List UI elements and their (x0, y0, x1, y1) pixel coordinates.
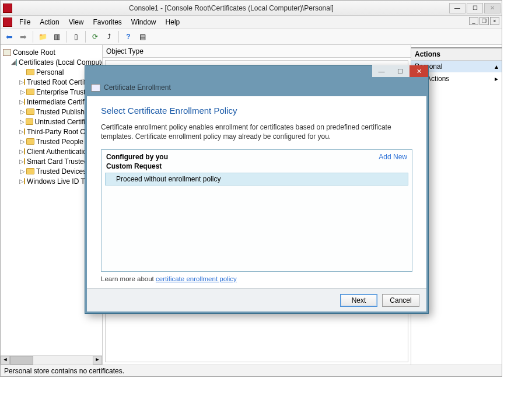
toolbar: ⬅ ➡ 📁 ▥ ▯ ⟳ ⤴ ? ▤ (1, 29, 502, 45)
expand-icon[interactable]: ▷ (19, 108, 26, 115)
certificates-icon (16, 59, 17, 66)
window-buttons: — ☐ ✕ (448, 3, 501, 13)
actions-header-label: Actions (415, 50, 440, 58)
back-button[interactable]: ⬅ (3, 30, 16, 43)
tree-horizontal-scrollbar[interactable]: ◄ ► (1, 355, 102, 365)
statusbar: Personal store contains no certificates. (1, 365, 502, 376)
menu-view[interactable]: View (64, 16, 89, 28)
policy-item-label: Proceed without enrollment policy (116, 175, 220, 183)
dialog-maximize-button[interactable]: ☐ (391, 65, 410, 77)
help-icon: ? (126, 33, 130, 41)
menu-help[interactable]: Help (161, 16, 185, 28)
expand-icon[interactable]: ▷ (19, 89, 26, 95)
expand-icon[interactable]: ▷ (19, 158, 24, 164)
titlebar: Console1 - [Console Root\Certificates (L… (1, 1, 502, 16)
configured-by-you-label: Configured by you (106, 153, 168, 161)
scroll-thumb[interactable] (10, 356, 33, 365)
statusbar-text: Personal store contains no certificates. (4, 367, 124, 375)
menu-favorites[interactable]: Favorites (89, 16, 127, 28)
folder-icon (24, 99, 25, 105)
maximize-button[interactable]: ☐ (467, 3, 483, 13)
refresh-icon: ⟳ (92, 33, 98, 41)
window-title: Console1 - [Console Root\Certificates (L… (15, 4, 448, 12)
dialog-close-button[interactable]: ✕ (410, 65, 428, 77)
folder-icon (24, 128, 25, 135)
dialog-footer: Next Cancel (87, 288, 426, 312)
menu-file[interactable]: File (15, 16, 35, 28)
column-header-label: Object Type (106, 47, 144, 55)
mdi-close-icon[interactable]: × (490, 17, 499, 25)
folder-icon (24, 148, 25, 155)
menubar: File Action View Favorites Window Help _… (1, 16, 502, 29)
tree-item-label: Trusted People (36, 138, 83, 146)
expand-icon[interactable]: ▷ (19, 178, 24, 184)
scroll-left-button[interactable]: ◄ (1, 356, 10, 365)
folder-icon (26, 118, 33, 125)
policy-item-proceed-without[interactable]: Proceed without enrollment policy (105, 173, 408, 186)
expand-icon[interactable]: ▷ (19, 118, 26, 125)
expand-icon[interactable]: ▷ (19, 99, 24, 105)
dialog-minimize-button[interactable]: — (372, 65, 391, 77)
chevron-right-icon: ▸ (495, 75, 498, 83)
dialog-titlebar[interactable]: — ☐ ✕ (85, 66, 428, 80)
folder-icon (24, 158, 25, 164)
folder-up-icon: 📁 (38, 33, 47, 41)
view-icon: ▤ (139, 33, 146, 41)
dialog-body: Select Certificate Enrollment Policy Cer… (87, 96, 426, 288)
folder-icon (26, 168, 34, 174)
console-app-icon (3, 4, 12, 13)
expand-icon[interactable]: ▷ (19, 168, 26, 174)
expand-icon[interactable]: ▷ (19, 79, 24, 85)
certificate-wizard-icon (91, 84, 100, 92)
export-button[interactable]: ⤴ (103, 30, 116, 43)
toolbar-separator (33, 31, 33, 43)
expand-icon[interactable]: ▷ (19, 128, 24, 135)
tree-root-label: Console Root (13, 48, 55, 57)
tree-root[interactable]: Console Root (3, 47, 102, 57)
arrow-left-icon: ⬅ (6, 32, 13, 41)
mdi-minimize-icon[interactable]: _ (469, 17, 478, 25)
learn-more-link[interactable]: certificate enrollment policy (156, 275, 237, 282)
column-header-object-type[interactable]: Object Type (103, 45, 411, 58)
scroll-right-button[interactable]: ► (93, 356, 102, 365)
doc-app-icon (3, 18, 12, 27)
folder-icon (26, 138, 34, 145)
toolbar-separator (85, 31, 86, 43)
folder-icon (24, 79, 25, 85)
mdi-restore-icon[interactable]: ❐ (480, 17, 489, 25)
console-root-icon (3, 49, 11, 56)
close-button[interactable]: ✕ (484, 3, 501, 13)
next-button[interactable]: Next (340, 294, 377, 307)
cancel-button[interactable]: Cancel (382, 294, 419, 307)
menu-window[interactable]: Window (127, 16, 161, 28)
folder-icon (26, 108, 34, 115)
collapse-icon[interactable]: ▴ (495, 62, 498, 71)
custom-request-label: Custom Request (102, 162, 412, 173)
dialog-heading: Select Certificate Enrollment Policy (101, 106, 412, 116)
up-button[interactable]: 📁 (36, 30, 49, 43)
toolbar-separator (66, 31, 66, 43)
arrow-right-icon: ➡ (20, 32, 27, 41)
forward-button[interactable]: ➡ (17, 30, 30, 43)
show-hide-button[interactable]: ▥ (50, 30, 63, 43)
expand-icon[interactable]: ▷ (19, 148, 24, 155)
help-button[interactable]: ? (122, 30, 135, 43)
dialog-header: Certificate Enrollment (85, 80, 428, 96)
refresh-button[interactable]: ⟳ (89, 30, 102, 43)
properties-button[interactable]: ▯ (69, 30, 82, 43)
mdi-child-buttons: _ ❐ × (469, 17, 499, 25)
view-button[interactable]: ▤ (136, 30, 149, 43)
dialog-window-buttons: — ☐ ✕ (372, 65, 428, 77)
tree-item-label: Personal (36, 68, 64, 76)
menu-action[interactable]: Action (35, 16, 64, 28)
panel-icon: ▥ (54, 33, 60, 41)
tree-item-label: Trusted Devices (36, 167, 86, 176)
page-icon: ▯ (74, 33, 78, 41)
learn-more-prefix: Learn more about (101, 275, 156, 282)
policy-list-box: Configured by you Add New Custom Request… (101, 149, 412, 272)
add-new-link[interactable]: Add New (379, 153, 407, 161)
expand-icon[interactable]: ▷ (19, 138, 26, 145)
collapse-icon[interactable]: ◢ (11, 59, 16, 65)
minimize-button[interactable]: — (449, 3, 466, 13)
scroll-track[interactable] (33, 356, 93, 365)
